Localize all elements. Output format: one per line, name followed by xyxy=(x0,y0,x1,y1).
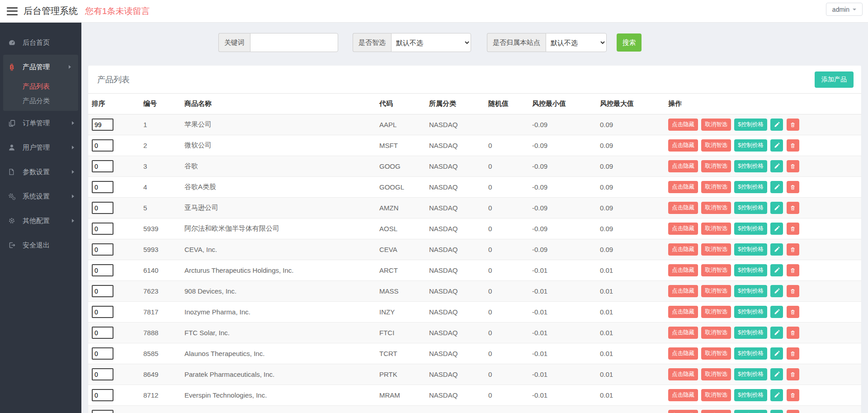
hide-button[interactable]: 点击隐藏 xyxy=(668,223,698,235)
keyword-input[interactable] xyxy=(250,33,338,52)
sort-input[interactable] xyxy=(92,264,113,276)
cancel-smart-button[interactable]: 取消智选 xyxy=(701,285,731,297)
sidebar-item-logout[interactable]: 安全退出 xyxy=(0,233,81,257)
control-price-button[interactable]: $控制价格 xyxy=(734,243,767,256)
sort-input[interactable] xyxy=(92,306,113,318)
control-price-button[interactable]: $控制价格 xyxy=(734,347,767,360)
hide-button[interactable]: 点击隐藏 xyxy=(668,327,698,339)
control-price-button[interactable]: $控制价格 xyxy=(734,285,767,297)
sort-input[interactable] xyxy=(92,243,113,256)
control-price-button[interactable]: $控制价格 xyxy=(734,327,767,339)
control-price-button[interactable]: $控制价格 xyxy=(734,160,767,172)
cancel-smart-button[interactable]: 取消智选 xyxy=(701,306,731,318)
delete-button[interactable] xyxy=(787,347,799,360)
cancel-smart-button[interactable]: 取消智选 xyxy=(701,160,731,172)
sort-input[interactable] xyxy=(92,181,113,193)
menu-toggle-icon[interactable] xyxy=(7,7,18,15)
delete-button[interactable] xyxy=(787,306,799,318)
delete-button[interactable] xyxy=(787,285,799,297)
hide-button[interactable]: 点击隐藏 xyxy=(668,410,698,413)
hide-button[interactable]: 点击隐藏 xyxy=(668,202,698,214)
edit-button[interactable] xyxy=(770,202,783,214)
edit-button[interactable] xyxy=(770,285,783,297)
delete-button[interactable] xyxy=(787,389,799,401)
delete-button[interactable] xyxy=(787,139,799,152)
edit-button[interactable] xyxy=(770,181,783,193)
search-button[interactable]: 搜索 xyxy=(617,33,642,52)
delete-button[interactable] xyxy=(787,243,799,256)
delete-button[interactable] xyxy=(787,264,799,276)
admin-dropdown[interactable]: admin xyxy=(826,3,863,16)
sort-input[interactable] xyxy=(92,327,113,339)
control-price-button[interactable]: $控制价格 xyxy=(734,410,767,413)
control-price-button[interactable]: $控制价格 xyxy=(734,306,767,318)
control-price-button[interactable]: $控制价格 xyxy=(734,202,767,214)
hide-button[interactable]: 点击隐藏 xyxy=(668,243,698,256)
sidebar-item-home[interactable]: 后台首页 xyxy=(0,30,81,55)
edit-button[interactable] xyxy=(770,347,783,360)
hide-button[interactable]: 点击隐藏 xyxy=(668,119,698,131)
sidebar-item-system-settings[interactable]: 系统设置 xyxy=(0,184,81,209)
unread-message-notice[interactable]: 您有1条未读留言 xyxy=(85,5,150,17)
edit-button[interactable] xyxy=(770,368,783,380)
delete-button[interactable] xyxy=(787,368,799,380)
hide-button[interactable]: 点击隐藏 xyxy=(668,264,698,276)
edit-button[interactable] xyxy=(770,223,783,235)
edit-button[interactable] xyxy=(770,327,783,339)
hide-button[interactable]: 点击隐藏 xyxy=(668,139,698,152)
cancel-smart-button[interactable]: 取消智选 xyxy=(701,347,731,360)
sort-input[interactable] xyxy=(92,139,113,152)
add-product-button[interactable]: 添加产品 xyxy=(815,71,854,88)
control-price-button[interactable]: $控制价格 xyxy=(734,223,767,235)
edit-button[interactable] xyxy=(770,139,783,152)
sidebar-item-product-manage[interactable]: B 产品管理 xyxy=(3,55,78,79)
sidebar-item-parameters[interactable]: 参数设置 xyxy=(0,160,81,184)
cancel-smart-button[interactable]: 取消智选 xyxy=(701,243,731,256)
cancel-smart-button[interactable]: 取消智选 xyxy=(701,181,731,193)
cancel-smart-button[interactable]: 取消智选 xyxy=(701,368,731,380)
edit-button[interactable] xyxy=(770,306,783,318)
cancel-smart-button[interactable]: 取消智选 xyxy=(701,202,731,214)
cancel-smart-button[interactable]: 取消智选 xyxy=(701,119,731,131)
edit-button[interactable] xyxy=(770,389,783,401)
hide-button[interactable]: 点击隐藏 xyxy=(668,389,698,401)
delete-button[interactable] xyxy=(787,181,799,193)
sort-input[interactable] xyxy=(92,368,113,380)
delete-button[interactable] xyxy=(787,327,799,339)
hide-button[interactable]: 点击隐藏 xyxy=(668,285,698,297)
hide-button[interactable]: 点击隐藏 xyxy=(668,368,698,380)
cancel-smart-button[interactable]: 取消智选 xyxy=(701,410,731,413)
sidebar-item-orders[interactable]: 订单管理 xyxy=(0,111,81,135)
sort-input[interactable] xyxy=(92,347,113,360)
smart-select[interactable]: 默认不选 xyxy=(391,33,471,52)
control-price-button[interactable]: $控制价格 xyxy=(734,139,767,152)
delete-button[interactable] xyxy=(787,223,799,235)
sort-input[interactable] xyxy=(92,410,113,413)
cancel-smart-button[interactable]: 取消智选 xyxy=(701,389,731,401)
delete-button[interactable] xyxy=(787,119,799,131)
sort-input[interactable] xyxy=(92,223,113,235)
edit-button[interactable] xyxy=(770,160,783,172)
sidebar-item-other-config[interactable]: 其他配置 xyxy=(0,209,81,233)
sort-input[interactable] xyxy=(92,202,113,214)
control-price-button[interactable]: $控制价格 xyxy=(734,389,767,401)
control-price-button[interactable]: $控制价格 xyxy=(734,368,767,380)
edit-button[interactable] xyxy=(770,264,783,276)
delete-button[interactable] xyxy=(787,202,799,214)
sidebar-item-users[interactable]: 用户管理 xyxy=(0,135,81,160)
hide-button[interactable]: 点击隐藏 xyxy=(668,306,698,318)
cancel-smart-button[interactable]: 取消智选 xyxy=(701,327,731,339)
sort-input[interactable] xyxy=(92,160,113,172)
sort-input[interactable] xyxy=(92,285,113,297)
edit-button[interactable] xyxy=(770,119,783,131)
cancel-smart-button[interactable]: 取消智选 xyxy=(701,223,731,235)
sort-input[interactable] xyxy=(92,119,113,131)
hide-button[interactable]: 点击隐藏 xyxy=(668,181,698,193)
cancel-smart-button[interactable]: 取消智选 xyxy=(701,139,731,152)
sidebar-item-product-list[interactable]: 产品列表 xyxy=(3,79,78,94)
sidebar-item-product-category[interactable]: 产品分类 xyxy=(3,94,78,108)
hide-button[interactable]: 点击隐藏 xyxy=(668,160,698,172)
cancel-smart-button[interactable]: 取消智选 xyxy=(701,264,731,276)
edit-button[interactable] xyxy=(770,243,783,256)
sort-input[interactable] xyxy=(92,389,113,401)
